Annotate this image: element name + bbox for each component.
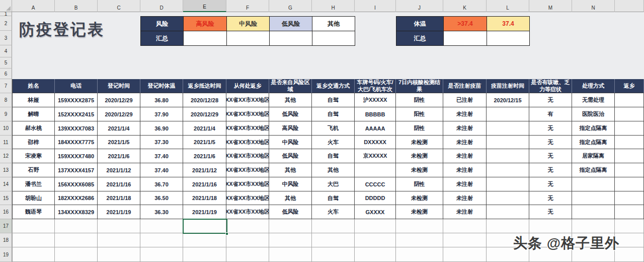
cell-L3[interactable] (487, 31, 530, 46)
cell-K8[interactable]: 已注射 (443, 93, 487, 107)
cell-I11[interactable]: DXXXXX (355, 136, 396, 149)
cell-H10[interactable]: 飞机 (312, 121, 355, 136)
cell-H18[interactable] (312, 233, 355, 247)
cell-N9[interactable]: 医院医治 (572, 107, 615, 121)
cell-G10[interactable]: 高风险 (269, 121, 312, 136)
cell-K17[interactable] (443, 219, 487, 233)
column-header-O[interactable] (615, 0, 644, 12)
cell-D14[interactable]: 36.70 (140, 177, 183, 191)
cell-K19[interactable] (443, 247, 487, 262)
cell-L15[interactable] (487, 191, 529, 205)
column-header-J[interactable]: J (396, 0, 443, 12)
cell-J19[interactable] (396, 247, 443, 262)
column-header-cell-F7[interactable]: 从何处返乡 (226, 79, 269, 93)
column-header-I[interactable]: I (355, 0, 396, 12)
cell-H3[interactable] (312, 31, 355, 46)
cell-C8[interactable]: 2020/12/29 (98, 93, 140, 107)
cell-E9[interactable]: 2020/12/29 (183, 107, 226, 121)
cell-L8[interactable]: 2020/12/15 (487, 93, 529, 107)
row-header-3[interactable]: 3 (0, 31, 12, 45)
row-header-19[interactable]: 19 (0, 247, 12, 262)
column-header-cell-I7[interactable]: 车牌号码/火车/大巴/飞机车次 (355, 79, 396, 93)
cell-J18[interactable] (396, 233, 443, 247)
cell-L16[interactable] (487, 205, 529, 219)
cell-J12[interactable]: 未检测 (396, 149, 443, 163)
cell-F18[interactable] (226, 233, 269, 247)
cell-M17[interactable] (529, 219, 572, 233)
cell-J13[interactable]: 未检测 (396, 163, 443, 177)
row-header-5[interactable]: 5 (0, 57, 12, 69)
cell-B12[interactable]: 159XXXX7480 (55, 149, 98, 163)
cell-M15[interactable]: 无 (529, 191, 572, 205)
cell-F9[interactable]: XX省XX市XX地区 (226, 107, 269, 121)
column-header-cell-E7[interactable]: 返乡抵达时间 (183, 79, 226, 93)
cell-H9[interactable]: 自驾 (312, 107, 355, 121)
row-header-9[interactable]: 9 (0, 107, 12, 121)
cell-N15[interactable] (572, 191, 615, 205)
cell-D12[interactable]: 37.40 (140, 149, 183, 163)
cell-I14[interactable]: CCCCC (355, 177, 396, 191)
column-header-F[interactable]: F (226, 0, 269, 12)
cell-A16[interactable]: 魏语琴 (12, 205, 55, 219)
cell-I19[interactable] (355, 247, 396, 262)
cell-N13[interactable]: 指定点隔离 (572, 163, 615, 177)
cell-K9[interactable]: 未注射 (443, 107, 487, 121)
cell-B15[interactable]: 182XXXX2686 (55, 191, 98, 205)
cell-L17[interactable] (487, 219, 529, 233)
cell-J11[interactable]: 未检测 (396, 136, 443, 149)
risk-legend-other[interactable]: 其他 (312, 16, 355, 31)
select-all-corner[interactable] (0, 0, 12, 12)
cell-G8[interactable]: 其他 (269, 93, 312, 107)
cell-L13[interactable] (487, 163, 529, 177)
cell-O8[interactable] (615, 93, 644, 107)
cell-B9[interactable]: 152XXXX2415 (55, 107, 98, 121)
cell-C18[interactable] (98, 233, 140, 247)
cell-G17[interactable] (269, 219, 312, 233)
cell-A8[interactable]: 林娅 (12, 93, 55, 107)
cell-L10[interactable] (487, 121, 529, 136)
row-header-4[interactable]: 4 (0, 45, 12, 57)
cell-D9[interactable]: 37.90 (140, 107, 183, 121)
cell-G3[interactable] (269, 31, 312, 46)
cell-G15[interactable]: 其他 (269, 191, 312, 205)
cell-A19[interactable] (12, 247, 55, 262)
row-header-17[interactable]: 17 (0, 219, 12, 233)
cell-H11[interactable]: 火车 (312, 136, 355, 149)
column-header-G[interactable]: G (269, 0, 312, 12)
column-header-A[interactable]: A (12, 0, 55, 12)
row-header-16[interactable]: 16 (0, 205, 12, 219)
row-header-7[interactable]: 7 (0, 79, 12, 93)
cell-O17[interactable] (615, 219, 644, 233)
column-header-cell-L7[interactable]: 疫苗注射时间 (487, 79, 529, 93)
cell-G13[interactable]: 其他 (269, 163, 312, 177)
cell-F3[interactable] (226, 31, 270, 46)
cell-G19[interactable] (269, 247, 312, 262)
cell-A18[interactable] (12, 233, 55, 247)
cell-K11[interactable]: 未注射 (443, 136, 487, 149)
cell-B10[interactable]: 139XXXX7083 (55, 121, 98, 136)
column-header-cell-J7[interactable]: 7日内核酸检测结果 (396, 79, 443, 93)
cell-L9[interactable] (487, 107, 529, 121)
cell-J8[interactable]: 阴性 (396, 93, 443, 107)
temp-legend-high[interactable]: >37.4 (443, 16, 487, 31)
cell-J10[interactable]: 阴性 (396, 121, 443, 136)
cell-G14[interactable]: 中风险 (269, 177, 312, 191)
column-header-cell-K7[interactable]: 是否注射疫苗 (443, 79, 487, 93)
cell-E15[interactable]: 2021/1/18 (183, 191, 226, 205)
cell-H19[interactable] (312, 247, 355, 262)
cell-G16[interactable]: 低风险 (269, 205, 312, 219)
cell-C9[interactable]: 2020/12/29 (98, 107, 140, 121)
column-header-C[interactable]: C (98, 0, 140, 12)
cell-D8[interactable]: 36.80 (140, 93, 183, 107)
cell-A11[interactable]: 邵梓 (12, 136, 55, 149)
cell-C14[interactable]: 2021/1/16 (98, 177, 140, 191)
row-header-12[interactable]: 12 (0, 149, 12, 163)
cell-D18[interactable] (140, 233, 183, 247)
cell-K10[interactable]: 未注射 (443, 121, 487, 136)
cell-I8[interactable]: 沪XXXXX (355, 93, 396, 107)
risk-legend-high[interactable]: 高风险 (183, 16, 227, 31)
column-header-L[interactable]: L (487, 0, 529, 12)
fill-handle[interactable] (225, 232, 228, 235)
column-header-B[interactable]: B (55, 0, 98, 12)
cell-F16[interactable]: XX省XX市XX地区 (226, 205, 269, 219)
